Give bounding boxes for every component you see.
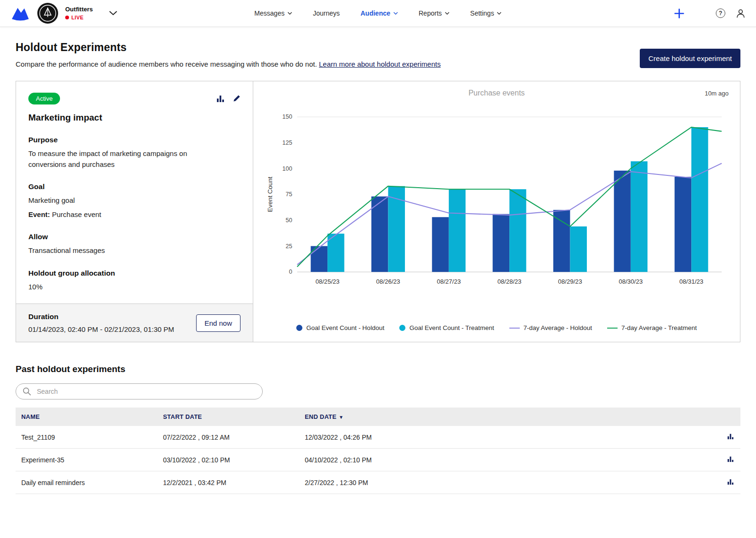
end-now-button[interactable]: End now bbox=[196, 314, 241, 332]
legend-label: 7-day Average - Treatment bbox=[621, 324, 697, 331]
nav-label: Audience bbox=[361, 9, 390, 17]
page-header-text: Holdout Experiments Compare the performa… bbox=[16, 41, 441, 68]
workspace-switcher-chevron-icon[interactable] bbox=[109, 11, 117, 16]
duration-info: Duration 01/14/2023, 02:40 PM - 02/21/20… bbox=[28, 312, 174, 333]
allow-text: Transactional messages bbox=[28, 245, 208, 256]
experiment-start-date: 07/22/2022 , 09:12 AM bbox=[158, 426, 300, 449]
experiment-name: Daily email reminders bbox=[16, 471, 158, 494]
chart-panel: Purchase events 10m ago 0255075100125150… bbox=[253, 81, 740, 342]
view-analytics-icon[interactable] bbox=[216, 95, 224, 103]
legend-item: 7-day Average - Treatment bbox=[607, 324, 697, 331]
nav-item-messages[interactable]: Messages bbox=[254, 9, 292, 17]
chart-last-updated: 10m ago bbox=[704, 90, 729, 97]
nav-label: Messages bbox=[254, 9, 284, 17]
chart-legend: Goal Event Count - HoldoutGoal Event Cou… bbox=[265, 324, 729, 331]
purchase-events-chart: 025507510012515008/25/2308/26/2308/27/23… bbox=[265, 104, 729, 321]
experiment-end-date: 2/27/2022 , 12:30 PM bbox=[300, 471, 719, 494]
nav-label: Journeys bbox=[313, 9, 340, 17]
experiment-card-body: Active Market bbox=[16, 81, 253, 304]
svg-text:08/29/23: 08/29/23 bbox=[558, 278, 582, 285]
column-header-start-date[interactable]: START DATE bbox=[158, 408, 300, 426]
legend-line-icon bbox=[607, 328, 618, 329]
create-holdout-experiment-button[interactable]: Create holdout experiment bbox=[640, 49, 740, 68]
svg-text:125: 125 bbox=[283, 139, 292, 146]
allocation-value: 10% bbox=[28, 282, 208, 293]
allow-label: Allow bbox=[28, 233, 241, 241]
goal-event-line: Event: Purchase event bbox=[28, 209, 208, 220]
legend-dot-icon bbox=[296, 325, 302, 331]
experiment-name: Experiment-35 bbox=[16, 449, 158, 471]
main-panels: Active Market bbox=[16, 81, 740, 342]
table-row[interactable]: Daily email reminders 12/2/2021 , 03:42 … bbox=[16, 471, 740, 494]
goal-text: Marketing goal bbox=[28, 195, 208, 206]
experiment-name: Test_21109 bbox=[16, 426, 158, 449]
past-experiments-title: Past holdout experiments bbox=[16, 364, 740, 374]
column-header-name[interactable]: NAME bbox=[16, 408, 158, 426]
brand-area: Outfitters LIVE bbox=[10, 2, 117, 24]
experiment-start-date: 12/2/2021 , 03:42 PM bbox=[158, 471, 300, 494]
learn-more-link[interactable]: Learn more about holdout experiments bbox=[319, 60, 441, 68]
svg-text:08/25/23: 08/25/23 bbox=[316, 278, 340, 285]
subtitle-text: Compare the performance of audience memb… bbox=[16, 60, 319, 68]
column-header-end-date[interactable]: END DATE▼ bbox=[300, 408, 719, 426]
svg-text:75: 75 bbox=[286, 191, 292, 198]
experiment-title: Marketing impact bbox=[28, 113, 241, 123]
live-dot-icon bbox=[65, 16, 69, 19]
edit-pencil-icon[interactable] bbox=[233, 95, 241, 103]
experiment-start-date: 03/10/2022 , 02:10 PM bbox=[158, 449, 300, 471]
status-badge: Active bbox=[28, 93, 60, 104]
page-subtitle: Compare the performance of audience memb… bbox=[16, 60, 441, 68]
row-analytics-icon[interactable] bbox=[727, 478, 734, 485]
svg-text:100: 100 bbox=[283, 165, 292, 172]
svg-text:150: 150 bbox=[283, 113, 292, 120]
experiment-end-date: 04/10/2022 , 02:10 PM bbox=[300, 449, 719, 471]
chevron-down-icon bbox=[393, 12, 398, 15]
topbar-actions: ? bbox=[674, 8, 746, 19]
column-header-actions bbox=[719, 408, 740, 426]
create-plus-icon[interactable] bbox=[674, 8, 685, 19]
nav-label: Settings bbox=[470, 9, 494, 17]
legend-item: Goal Event Count - Holdout bbox=[296, 324, 384, 331]
row-analytics-icon[interactable] bbox=[727, 433, 734, 440]
row-analytics-icon[interactable] bbox=[727, 456, 734, 462]
live-status-label: LIVE bbox=[71, 15, 84, 21]
main-nav: Messages Journeys Audience Reports Setti… bbox=[254, 9, 501, 17]
chevron-down-icon bbox=[497, 12, 502, 15]
app-logo-icon[interactable] bbox=[10, 6, 30, 21]
workspace-status: LIVE bbox=[65, 15, 93, 21]
event-label: Event: bbox=[28, 210, 50, 218]
svg-text:08/26/23: 08/26/23 bbox=[376, 278, 400, 285]
svg-text:25: 25 bbox=[286, 243, 292, 250]
goal-label: Goal bbox=[28, 182, 241, 191]
nav-item-reports[interactable]: Reports bbox=[419, 9, 449, 17]
table-header-row: NAME START DATE END DATE▼ bbox=[16, 408, 740, 426]
workspace-avatar[interactable] bbox=[37, 2, 59, 24]
experiment-end-date: 12/03/2022 , 04:26 PM bbox=[300, 426, 719, 449]
nav-item-audience[interactable]: Audience bbox=[361, 9, 398, 17]
svg-text:0: 0 bbox=[289, 269, 292, 275]
search-box bbox=[16, 383, 263, 399]
user-account-icon[interactable] bbox=[736, 9, 746, 18]
table-row[interactable]: Experiment-35 03/10/2022 , 02:10 PM 04/1… bbox=[16, 449, 740, 471]
svg-text:50: 50 bbox=[286, 217, 292, 224]
page-title: Holdout Experiments bbox=[16, 41, 441, 54]
card-actions bbox=[216, 93, 241, 103]
help-icon[interactable]: ? bbox=[716, 9, 725, 18]
chevron-down-icon bbox=[445, 12, 449, 15]
purpose-label: Purpose bbox=[28, 136, 241, 144]
nav-item-settings[interactable]: Settings bbox=[470, 9, 502, 17]
event-value: Purchase event bbox=[52, 210, 101, 218]
chevron-down-icon bbox=[287, 12, 292, 15]
table-row[interactable]: Test_21109 07/22/2022 , 09:12 AM 12/03/2… bbox=[16, 426, 740, 449]
allocation-label: Holdout group allocation bbox=[28, 269, 241, 278]
legend-label: Goal Event Count - Holdout bbox=[306, 324, 384, 331]
svg-text:08/27/23: 08/27/23 bbox=[437, 278, 461, 285]
nav-item-journeys[interactable]: Journeys bbox=[313, 9, 340, 17]
purpose-text: To measure the impact of marketing campa… bbox=[28, 148, 208, 170]
duration-dates: 01/14/2023, 02:40 PM - 02/21/2023, 01:30… bbox=[28, 325, 174, 333]
question-glyph: ? bbox=[719, 10, 722, 17]
legend-item: Goal Event Count - Treatment bbox=[399, 324, 494, 331]
search-input[interactable] bbox=[16, 383, 263, 399]
nav-label: Reports bbox=[419, 9, 442, 17]
past-experiments-table: NAME START DATE END DATE▼ Test_21109 07/… bbox=[16, 408, 740, 494]
